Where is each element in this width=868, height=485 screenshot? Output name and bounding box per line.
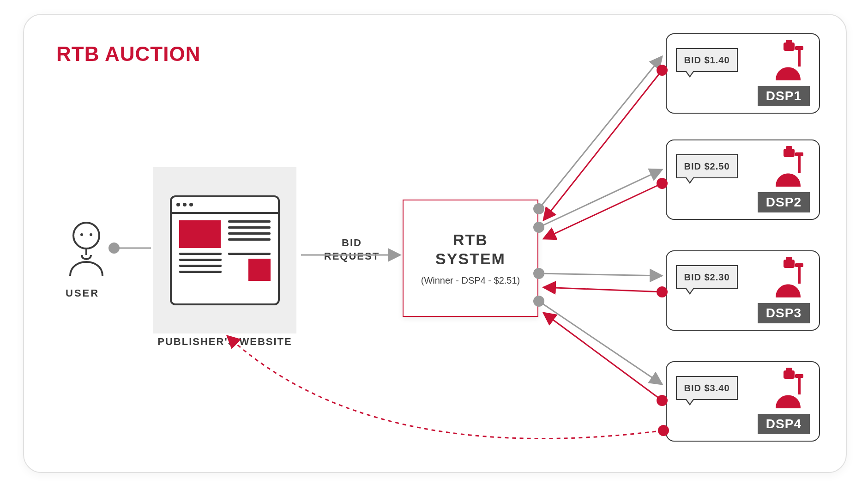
dsp-box-4: BID $3.40 DSP4 xyxy=(666,361,820,442)
svg-rect-6 xyxy=(795,46,803,50)
dsp-box-1: BID $1.40 DSP1 xyxy=(666,33,820,114)
svg-rect-8 xyxy=(786,146,792,150)
svg-line-26 xyxy=(543,183,662,239)
bid-bubble: BID $2.30 xyxy=(676,265,738,289)
diagram-title: RTB AUCTION xyxy=(56,42,200,66)
svg-line-29 xyxy=(539,301,662,384)
svg-line-28 xyxy=(543,287,662,292)
dsp-label: DSP1 xyxy=(758,86,810,106)
dsp-box-2: BID $2.50 DSP2 xyxy=(666,139,820,220)
dsp-label: DSP4 xyxy=(758,414,810,434)
rtb-winner-label: (Winner - DSP4 - $2.51) xyxy=(421,275,520,286)
svg-rect-7 xyxy=(784,149,795,157)
svg-point-2 xyxy=(90,233,92,236)
ad-block-icon xyxy=(248,259,271,281)
svg-rect-10 xyxy=(795,152,803,156)
bid-request-label: BIDREQUEST xyxy=(319,236,384,263)
dsp-label: DSP3 xyxy=(758,303,810,323)
svg-rect-4 xyxy=(786,40,792,43)
svg-point-1 xyxy=(80,233,83,236)
bid-bubble: BID $2.50 xyxy=(676,154,738,178)
svg-rect-13 xyxy=(798,265,801,284)
diagram-frame: RTB AUCTION USER xyxy=(23,14,847,473)
rtb-system-box: RTBSYSTEM (Winner - DSP4 - $2.51) xyxy=(403,200,538,317)
bid-bubble: BID $1.40 xyxy=(676,48,738,72)
svg-line-27 xyxy=(539,273,662,276)
svg-rect-16 xyxy=(786,368,792,371)
bidder-icon xyxy=(772,368,804,411)
ad-block-icon xyxy=(179,220,221,248)
bidder-icon xyxy=(772,146,804,189)
svg-rect-5 xyxy=(798,48,801,67)
bidder-icon xyxy=(772,40,804,83)
svg-rect-9 xyxy=(798,154,801,173)
dsp-label: DSP2 xyxy=(758,192,810,212)
svg-rect-15 xyxy=(784,370,795,379)
svg-line-23 xyxy=(539,56,662,209)
svg-rect-18 xyxy=(795,374,803,378)
user-label: USER xyxy=(66,287,99,299)
dsp-box-3: BID $2.30 DSP3 xyxy=(666,250,820,331)
user-icon xyxy=(63,218,109,278)
svg-line-24 xyxy=(543,70,662,220)
svg-rect-12 xyxy=(786,257,792,261)
svg-point-0 xyxy=(73,223,99,249)
svg-rect-11 xyxy=(784,260,795,268)
svg-line-30 xyxy=(543,313,662,400)
publisher-website xyxy=(153,167,296,333)
bidder-icon xyxy=(772,257,804,300)
svg-rect-3 xyxy=(784,42,795,51)
svg-rect-17 xyxy=(798,376,801,394)
bid-bubble: BID $3.40 xyxy=(676,376,738,400)
publisher-label: PUBLISHER'S WEBSITE xyxy=(153,336,296,348)
svg-line-25 xyxy=(539,170,662,227)
rtb-system-title: RTBSYSTEM xyxy=(435,230,506,268)
svg-rect-14 xyxy=(795,263,803,267)
browser-icon xyxy=(170,195,280,305)
